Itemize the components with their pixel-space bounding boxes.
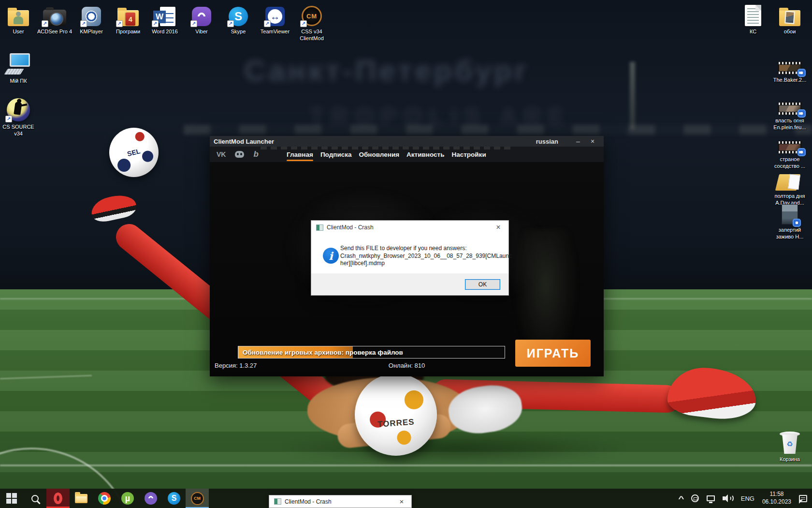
taskbar-clientmod-button[interactable]: CM: [186, 489, 209, 508]
taskbar-skype-button[interactable]: S: [162, 489, 186, 508]
shortcut-arrow-icon: ↗: [190, 20, 197, 27]
clock[interactable]: 11:58 06.10.2023: [762, 491, 791, 506]
language-indicator[interactable]: ENG: [741, 495, 754, 502]
open-folder-icon: [777, 167, 802, 191]
volume-icon[interactable]: [723, 494, 733, 503]
pitch-line: [0, 464, 812, 466]
wallpaper-boards: [184, 125, 812, 134]
start-button[interactable]: [0, 489, 23, 508]
desktop-icon-ks-document[interactable]: КС: [733, 3, 773, 35]
crash-message: Send this FILE to developer if you need …: [340, 245, 505, 268]
app-window-icon: [274, 498, 281, 505]
clientmod-icon: CM↗: [302, 3, 322, 26]
launcher-navbar: VK b Главная Подписка Обновления Активно…: [210, 147, 604, 162]
desktop: Санкт-Петербург TROPOLIS ARE SEL TORRES …: [0, 0, 812, 508]
close-button[interactable]: ×: [585, 137, 600, 145]
shortcut-arrow-icon: ↗: [264, 20, 271, 27]
shortcut-arrow-icon: ↗: [5, 116, 12, 122]
desktop-icon-cs-source[interactable]: ↗ CS SOURCE v34: [0, 98, 39, 137]
teamviewer-icon: ↔↗: [265, 3, 285, 26]
taskbar-chrome-button[interactable]: [93, 489, 116, 508]
wallpaper-ball-center: TORRES: [355, 374, 437, 456]
taskbar-explorer-button[interactable]: [70, 489, 93, 508]
crash-window-close-button[interactable]: ×: [397, 497, 406, 506]
desktop-icon-movie-baker[interactable]: The.Baker.2...: [769, 51, 810, 83]
film-strip-icon: [778, 131, 802, 154]
shortcut-arrow-icon: ↗: [80, 20, 87, 27]
online-count-label: Онлайн: 810: [210, 362, 604, 369]
taskbar-opera-button[interactable]: [46, 489, 70, 508]
chrome-icon: [98, 492, 111, 505]
shortcut-arrow-icon: ↗: [116, 20, 123, 27]
desktop-icon-acdsee[interactable]: ↗ ACDSee Pro 4: [34, 3, 75, 35]
app-window-icon: [316, 224, 323, 231]
info-icon: i: [323, 248, 339, 264]
desktop-icon-css-clientmod[interactable]: CM↗ CSS v34 ClientMod: [291, 3, 332, 42]
tab-obnovleniya[interactable]: Обновления: [359, 149, 399, 160]
desktop-icon-skype[interactable]: S↗ Skype: [218, 3, 259, 35]
ok-button[interactable]: OK: [465, 279, 500, 290]
minimize-button[interactable]: –: [571, 137, 585, 145]
document-icon: [745, 3, 761, 26]
desktop-icon-teamviewer[interactable]: ↔↗ TeamViewer: [255, 3, 295, 35]
crash-dialog-close-button[interactable]: ×: [493, 223, 504, 232]
wallpaper-pole: [630, 62, 635, 130]
desktop-icon-programs[interactable]: 4↗ Програми: [108, 3, 148, 35]
opera-icon: [54, 493, 62, 504]
crash-window-bottom[interactable]: ClientMod - Crash ×: [269, 495, 412, 508]
desktop-icon-viber[interactable]: ↗ Viber: [181, 3, 222, 35]
tray-app-icon[interactable]: [691, 494, 699, 502]
taskbar-utorrent-button[interactable]: µ: [116, 489, 139, 508]
kmplayer-badge-icon: [798, 69, 806, 77]
crash-dialog-body: i Send this FILE to developer if you nee…: [311, 234, 508, 274]
pictures-folder-icon: [779, 3, 800, 26]
tab-aktivnost[interactable]: Активность: [406, 149, 444, 160]
kmplayer-badge-icon: [793, 219, 801, 227]
skype-icon: S: [168, 492, 180, 505]
launcher-titlebar[interactable]: ClientMod Launcher russian – ×: [210, 136, 604, 147]
network-icon[interactable]: [707, 495, 715, 501]
taskbar-search-button[interactable]: [23, 489, 46, 508]
desktop-icon-oboi[interactable]: обои: [769, 3, 810, 35]
file-explorer-icon: [75, 494, 87, 503]
tray-time: 11:58: [769, 491, 783, 497]
desktop-icon-movie-zapertyi[interactable]: запертий заживо Н...: [769, 201, 810, 240]
desktop-icon-my-computer[interactable]: Мій ПК: [0, 52, 39, 84]
tab-nastroyki[interactable]: Настройки: [451, 149, 486, 160]
tray-date: 06.10.2023: [762, 498, 791, 505]
system-tray: ^ ENG 11:58 06.10.2023: [679, 489, 812, 508]
crash-dialog: ClientMod - Crash × i Send this FILE to …: [311, 220, 509, 296]
desktop-icon-movie-sosedstvo[interactable]: страное соседство ...: [769, 131, 810, 170]
shortcut-arrow-icon: ↗: [300, 20, 307, 27]
utorrent-icon: µ: [121, 492, 134, 505]
tray-overflow-chevron-icon[interactable]: ^: [678, 494, 684, 503]
cs-source-icon: ↗: [7, 98, 30, 121]
vk-icon[interactable]: VK: [217, 150, 226, 158]
desktop-icon-recycle-bin[interactable]: ♻ Корзина: [769, 431, 810, 463]
launcher-social-links: VK b: [217, 147, 259, 162]
language-selector[interactable]: russian: [536, 138, 558, 145]
shortcut-arrow-icon: ↗: [152, 20, 159, 27]
player-shadow: [280, 432, 628, 465]
desktop-icon-folder-poltora-dnya[interactable]: полтора дня A.Day.and...: [769, 167, 810, 207]
crash-dialog-footer: OK: [311, 273, 508, 295]
desktop-icon-kmplayer[interactable]: ↗ KMPlayer: [71, 3, 112, 35]
action-center-icon[interactable]: [799, 495, 807, 502]
clientmod-icon: CM: [191, 492, 204, 505]
desktop-icon-word[interactable]: W↗ Word 2016: [145, 3, 185, 35]
wallpaper-ball-left: SEL: [109, 128, 159, 177]
camera-icon: ↗: [43, 3, 66, 26]
taskbar-viber-button[interactable]: [139, 489, 162, 508]
shortcut-arrow-icon: ↗: [42, 20, 48, 27]
kmplayer-icon: ↗: [82, 3, 101, 26]
boosty-icon[interactable]: b: [253, 149, 258, 159]
tab-glavnaya[interactable]: Главная: [287, 149, 313, 160]
discord-icon[interactable]: [235, 151, 244, 158]
desktop-icon-movie-vlast-ognya[interactable]: власть огня En.plein.feu...: [769, 92, 810, 131]
ball-center-text: TORRES: [377, 417, 415, 429]
tab-podpiska[interactable]: Подписка: [320, 149, 352, 160]
wallpaper-stadium-text: Санкт-Петербург: [203, 53, 570, 88]
crash-dialog-titlebar[interactable]: ClientMod - Crash ×: [311, 221, 508, 234]
desktop-icon-user[interactable]: User: [0, 3, 39, 35]
computer-icon: [6, 52, 31, 75]
